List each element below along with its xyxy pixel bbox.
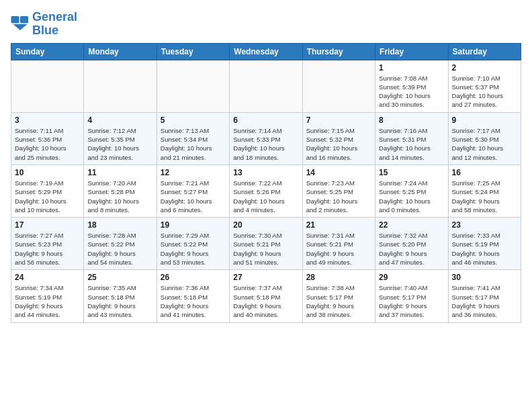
calendar-day-cell: 18Sunrise: 7:28 AM Sunset: 5:22 PM Dayli… [84,218,157,270]
calendar-day-cell: 14Sunrise: 7:23 AM Sunset: 5:25 PM Dayli… [302,165,375,217]
day-info: Sunrise: 7:24 AM Sunset: 5:25 PM Dayligh… [379,179,444,214]
day-number: 4 [87,116,152,125]
day-number: 13 [233,168,298,177]
day-info: Sunrise: 7:34 AM Sunset: 5:19 PM Dayligh… [15,283,80,319]
day-number: 12 [161,168,226,177]
day-info: Sunrise: 7:29 AM Sunset: 5:22 PM Dayligh… [161,231,226,267]
day-info: Sunrise: 7:17 AM Sunset: 5:30 PM Dayligh… [452,126,517,162]
day-number: 28 [306,273,371,282]
day-info: Sunrise: 7:08 AM Sunset: 5:39 PM Dayligh… [379,74,444,109]
calendar-day-cell: 8Sunrise: 7:16 AM Sunset: 5:31 PM Daylig… [375,112,448,165]
svg-rect-0 [11,16,19,24]
day-number: 26 [161,273,226,282]
day-number: 25 [87,273,152,282]
day-info: Sunrise: 7:40 AM Sunset: 5:17 PM Dayligh… [379,283,444,319]
day-number: 29 [379,273,444,282]
day-info: Sunrise: 7:31 AM Sunset: 5:21 PM Dayligh… [306,231,371,267]
day-info: Sunrise: 7:41 AM Sunset: 5:17 PM Dayligh… [452,283,517,319]
day-info: Sunrise: 7:35 AM Sunset: 5:18 PM Dayligh… [87,283,152,319]
day-number: 30 [452,273,517,282]
day-number: 10 [15,168,80,177]
day-info: Sunrise: 7:16 AM Sunset: 5:31 PM Dayligh… [379,126,444,162]
calendar-day-cell: 28Sunrise: 7:38 AM Sunset: 5:17 PM Dayli… [302,270,375,322]
day-info: Sunrise: 7:37 AM Sunset: 5:18 PM Dayligh… [233,283,298,319]
weekday-header: Saturday [448,43,521,60]
day-number: 7 [306,116,371,125]
day-number: 14 [306,168,371,177]
day-info: Sunrise: 7:12 AM Sunset: 5:35 PM Dayligh… [87,126,152,162]
day-info: Sunrise: 7:14 AM Sunset: 5:33 PM Dayligh… [233,126,298,162]
day-info: Sunrise: 7:28 AM Sunset: 5:22 PM Dayligh… [87,231,152,267]
calendar-day-cell: 29Sunrise: 7:40 AM Sunset: 5:17 PM Dayli… [375,270,448,322]
day-number: 16 [452,168,517,177]
day-number: 24 [15,273,80,282]
day-number: 15 [379,168,444,177]
day-info: Sunrise: 7:22 AM Sunset: 5:26 PM Dayligh… [233,179,298,214]
calendar-day-cell: 7Sunrise: 7:15 AM Sunset: 5:32 PM Daylig… [302,112,375,165]
day-number: 23 [452,220,517,230]
calendar-day-cell: 24Sunrise: 7:34 AM Sunset: 5:19 PM Dayli… [11,270,84,322]
day-info: Sunrise: 7:30 AM Sunset: 5:21 PM Dayligh… [233,231,298,267]
logo: General Blue [11,11,77,38]
weekday-header: Friday [375,43,448,60]
day-info: Sunrise: 7:36 AM Sunset: 5:18 PM Dayligh… [161,283,226,319]
calendar-day-cell: 21Sunrise: 7:31 AM Sunset: 5:21 PM Dayli… [302,218,375,270]
day-info: Sunrise: 7:19 AM Sunset: 5:29 PM Dayligh… [15,179,80,214]
calendar-day-cell: 27Sunrise: 7:37 AM Sunset: 5:18 PM Dayli… [230,270,302,322]
calendar-week-row: 1Sunrise: 7:08 AM Sunset: 5:39 PM Daylig… [11,60,521,112]
calendar-day-cell: 4Sunrise: 7:12 AM Sunset: 5:35 PM Daylig… [84,112,157,165]
day-info: Sunrise: 7:33 AM Sunset: 5:19 PM Dayligh… [452,231,517,267]
weekday-header: Tuesday [157,43,229,60]
calendar-week-row: 3Sunrise: 7:11 AM Sunset: 5:36 PM Daylig… [11,112,521,165]
calendar-week-row: 17Sunrise: 7:27 AM Sunset: 5:23 PM Dayli… [11,218,521,270]
weekday-header: Sunday [11,43,84,60]
day-info: Sunrise: 7:21 AM Sunset: 5:27 PM Dayligh… [161,179,226,214]
calendar-day-cell: 12Sunrise: 7:21 AM Sunset: 5:27 PM Dayli… [157,165,229,217]
day-info: Sunrise: 7:15 AM Sunset: 5:32 PM Dayligh… [306,126,371,162]
day-info: Sunrise: 7:38 AM Sunset: 5:17 PM Dayligh… [306,283,371,319]
calendar-day-cell: 25Sunrise: 7:35 AM Sunset: 5:18 PM Dayli… [84,270,157,322]
day-info: Sunrise: 7:20 AM Sunset: 5:28 PM Dayligh… [87,179,152,214]
calendar-day-cell: 26Sunrise: 7:36 AM Sunset: 5:18 PM Dayli… [157,270,229,322]
calendar-day-cell: 6Sunrise: 7:14 AM Sunset: 5:33 PM Daylig… [230,112,302,165]
calendar-week-row: 24Sunrise: 7:34 AM Sunset: 5:19 PM Dayli… [11,270,521,322]
calendar-day-cell [230,60,302,112]
calendar-day-cell: 15Sunrise: 7:24 AM Sunset: 5:25 PM Dayli… [375,165,448,217]
calendar: SundayMondayTuesdayWednesdayThursdayFrid… [11,43,521,323]
calendar-day-cell [84,60,157,112]
day-number: 22 [379,220,444,230]
day-number: 17 [15,220,80,230]
day-number: 20 [233,220,298,230]
day-number: 3 [15,116,80,125]
calendar-day-cell: 19Sunrise: 7:29 AM Sunset: 5:22 PM Dayli… [157,218,229,270]
day-info: Sunrise: 7:25 AM Sunset: 5:24 PM Dayligh… [452,179,517,214]
calendar-day-cell [11,60,84,112]
day-number: 27 [233,273,298,282]
day-info: Sunrise: 7:13 AM Sunset: 5:34 PM Dayligh… [161,126,226,162]
calendar-header-row: SundayMondayTuesdayWednesdayThursdayFrid… [11,43,521,60]
calendar-day-cell: 17Sunrise: 7:27 AM Sunset: 5:23 PM Dayli… [11,218,84,270]
day-number: 19 [161,220,226,230]
calendar-day-cell: 10Sunrise: 7:19 AM Sunset: 5:29 PM Dayli… [11,165,84,217]
day-number: 1 [379,63,444,73]
day-info: Sunrise: 7:32 AM Sunset: 5:20 PM Dayligh… [379,231,444,267]
calendar-day-cell: 9Sunrise: 7:17 AM Sunset: 5:30 PM Daylig… [448,112,521,165]
calendar-day-cell: 11Sunrise: 7:20 AM Sunset: 5:28 PM Dayli… [84,165,157,217]
calendar-day-cell: 23Sunrise: 7:33 AM Sunset: 5:19 PM Dayli… [448,218,521,270]
calendar-day-cell [302,60,375,112]
day-number: 5 [161,116,226,125]
calendar-day-cell: 3Sunrise: 7:11 AM Sunset: 5:36 PM Daylig… [11,112,84,165]
calendar-day-cell: 20Sunrise: 7:30 AM Sunset: 5:21 PM Dayli… [230,218,302,270]
day-number: 21 [306,220,371,230]
calendar-week-row: 10Sunrise: 7:19 AM Sunset: 5:29 PM Dayli… [11,165,521,217]
calendar-day-cell: 2Sunrise: 7:10 AM Sunset: 5:37 PM Daylig… [448,60,521,112]
day-info: Sunrise: 7:27 AM Sunset: 5:23 PM Dayligh… [15,231,80,267]
day-number: 8 [379,116,444,125]
day-number: 11 [87,168,152,177]
weekday-header: Wednesday [230,43,302,60]
calendar-day-cell: 5Sunrise: 7:13 AM Sunset: 5:34 PM Daylig… [157,112,229,165]
calendar-day-cell [157,60,229,112]
calendar-day-cell: 13Sunrise: 7:22 AM Sunset: 5:26 PM Dayli… [230,165,302,217]
page-header: General Blue [11,11,521,38]
logo-text: General Blue [32,11,77,38]
